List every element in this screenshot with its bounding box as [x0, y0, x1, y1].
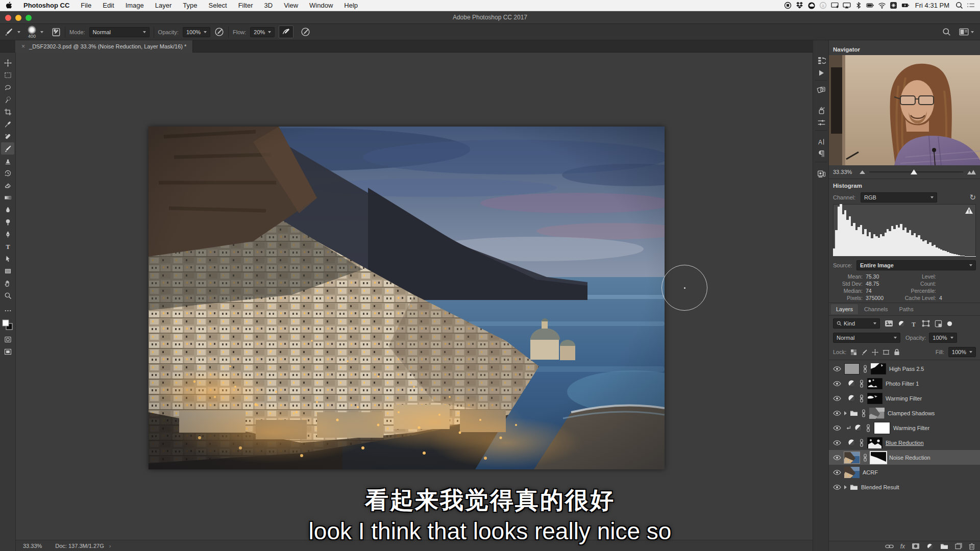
lasso-tool[interactable] [1, 81, 14, 93]
canvas-pasteboard[interactable]: 33.33% Doc: 137.3M/1.27G › [16, 53, 813, 551]
search-icon[interactable] [942, 28, 951, 36]
layer-row-warming-filter-2[interactable]: Warming Filter [829, 420, 980, 435]
tool-preset-caret[interactable] [17, 31, 20, 33]
menu-bar-clock[interactable]: Fri 4:31 PM [913, 2, 951, 9]
mask-link-icon[interactable] [861, 409, 866, 417]
workspace-switcher[interactable] [959, 28, 974, 36]
flow-dropdown[interactable]: 20% [250, 27, 275, 37]
filter-shape-layers-icon[interactable] [922, 320, 930, 327]
assistant-disabled-icon[interactable]: a [819, 2, 827, 10]
filter-kind-dropdown[interactable]: Kind [833, 318, 880, 329]
add-layer-mask-icon[interactable] [912, 543, 920, 549]
pen-tool[interactable] [1, 228, 14, 240]
layer-row-noise-reduction[interactable]: Noise Reduction [829, 450, 980, 465]
dropbox-icon[interactable] [796, 2, 804, 10]
tab-channels[interactable]: Channels [859, 304, 893, 314]
filter-pixel-layers-icon[interactable] [885, 320, 893, 327]
mask-link-icon[interactable] [859, 380, 864, 388]
bluetooth-icon[interactable] [854, 2, 863, 10]
fill-dropdown[interactable]: 100% [948, 347, 976, 357]
battery-charging-icon[interactable] [901, 2, 910, 10]
group-expand-caret[interactable] [844, 485, 847, 489]
menu-item-view[interactable]: View [278, 2, 304, 9]
status-zoom-level[interactable]: 33.33% [23, 543, 42, 549]
filter-adjustment-layers-icon[interactable] [898, 320, 905, 328]
channel-dropdown[interactable]: RGB [861, 192, 937, 203]
histogram-panel-tab[interactable]: Histogram [833, 181, 862, 191]
visibility-eye-icon[interactable] [833, 455, 841, 460]
menu-item-help[interactable]: Help [338, 2, 363, 9]
layer-row-warming-filter-1[interactable]: Warming Filter [829, 391, 980, 406]
menu-item-layer[interactable]: Layer [150, 2, 178, 9]
new-group-icon[interactable] [940, 543, 948, 549]
group-expand-caret[interactable] [844, 411, 847, 415]
new-layer-icon[interactable] [955, 543, 962, 549]
display-mirroring-icon[interactable] [831, 2, 839, 10]
layers-opacity-dropdown[interactable]: 100% [929, 333, 957, 343]
notification-center-icon[interactable] [967, 2, 975, 10]
quick-selection-tool[interactable] [1, 93, 14, 106]
eraser-tool[interactable] [1, 179, 14, 191]
mask-link-icon[interactable] [859, 439, 864, 447]
screen-mode-button[interactable] [1, 345, 14, 358]
tab-layers[interactable]: Layers [831, 304, 858, 314]
filter-type-layers-icon[interactable]: T [910, 320, 917, 327]
airplay-icon[interactable] [843, 2, 851, 10]
pressure-opacity-icon[interactable] [214, 27, 224, 37]
zoom-out-small-icon[interactable] [860, 170, 865, 174]
actions-panel-icon[interactable] [816, 67, 827, 79]
type-tool[interactable]: T [1, 240, 14, 253]
layer-thumbnail[interactable] [844, 467, 860, 478]
visibility-eye-icon[interactable] [833, 485, 841, 490]
clone-stamp-tool[interactable] [1, 155, 14, 167]
navigator-panel-tab[interactable]: Navigator [833, 44, 860, 55]
character-panel-icon[interactable]: A [816, 136, 827, 147]
layer-mask-thumbnail[interactable] [867, 437, 883, 448]
menu-item-edit[interactable]: Edit [97, 2, 119, 9]
navigator-zoom-value[interactable]: 33.33% [833, 169, 860, 175]
add-adjustment-layer-icon[interactable] [926, 543, 934, 550]
crop-tool[interactable] [1, 106, 14, 118]
mask-link-icon[interactable] [863, 454, 868, 462]
group-folder-icon[interactable] [850, 484, 858, 490]
adjustment-layer-icon[interactable] [854, 423, 863, 432]
dodge-tool[interactable] [1, 216, 14, 228]
visibility-eye-icon[interactable] [833, 366, 841, 371]
apple-menu[interactable] [0, 2, 18, 9]
path-selection-tool[interactable] [1, 253, 14, 265]
layer-mask-thumbnail[interactable] [867, 378, 883, 389]
battery-icon[interactable] [866, 2, 874, 10]
wifi-icon[interactable] [878, 2, 886, 10]
move-tool[interactable] [1, 57, 14, 69]
visibility-eye-icon[interactable] [833, 381, 841, 386]
layer-row-acrf[interactable]: ACRF [829, 465, 980, 480]
filter-toggle-icon[interactable] [947, 321, 952, 327]
link-layers-icon[interactable] [885, 544, 894, 549]
paragraph-panel-icon[interactable] [816, 148, 827, 159]
filter-smart-objects-icon[interactable] [935, 320, 942, 328]
layer-thumbnail[interactable] [844, 363, 860, 374]
eyedropper-tool[interactable] [1, 118, 14, 130]
spotlight-search-icon[interactable] [955, 2, 963, 10]
foreground-background-swatches[interactable] [1, 317, 14, 333]
layers-blend-mode-dropdown[interactable]: Normal [833, 333, 900, 343]
menu-item-3d[interactable]: 3D [259, 2, 279, 9]
input-source-icon[interactable] [890, 2, 898, 10]
layer-mask-thumbnail[interactable] [871, 363, 886, 374]
brush-tool-preset-icon[interactable] [4, 28, 13, 37]
history-panel-icon[interactable] [816, 55, 827, 66]
visibility-eye-icon[interactable] [833, 396, 841, 401]
device-preview-panel-icon[interactable] [816, 168, 827, 179]
adjustment-layer-icon[interactable] [847, 394, 856, 403]
layer-row-blended-result[interactable]: Blended Result [829, 480, 980, 494]
menu-item-file[interactable]: File [75, 2, 97, 9]
gradient-tool[interactable] [1, 191, 14, 204]
brushes-panel-icon[interactable] [816, 105, 827, 116]
visibility-eye-icon[interactable] [833, 411, 841, 416]
navigator-zoom-slider[interactable] [869, 171, 963, 172]
uncached-refresh-icon[interactable]: ↻ [969, 193, 976, 202]
layer-thumbnail[interactable] [869, 408, 885, 419]
pressure-size-icon[interactable] [301, 27, 310, 37]
adjustment-layer-icon[interactable] [847, 379, 856, 388]
menu-item-filter[interactable]: Filter [233, 2, 259, 9]
